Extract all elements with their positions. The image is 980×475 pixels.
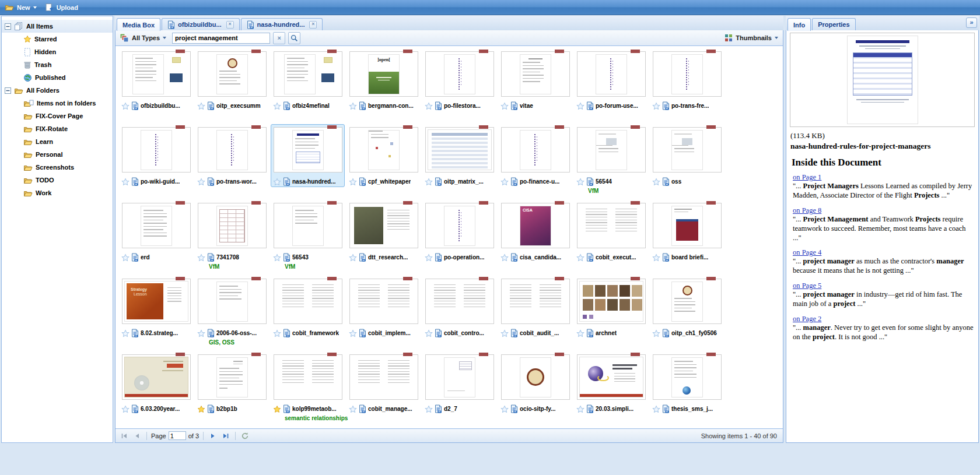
- thumbnail[interactable]: [425, 127, 494, 173]
- star-icon[interactable]: [197, 102, 205, 110]
- grid-item-thesis-sms-j[interactable]: thesis_sms_j...: [652, 353, 728, 428]
- new-button[interactable]: New: [5, 3, 37, 12]
- star-icon[interactable]: [576, 102, 584, 110]
- star-icon[interactable]: [197, 178, 205, 186]
- thumbnail[interactable]: ]open[: [349, 51, 418, 97]
- sidebar-item-screenshots[interactable]: Screenshots: [2, 161, 113, 174]
- thumbnail[interactable]: [501, 51, 570, 97]
- grid-item-2006-06-oss[interactable]: 2006-06-oss-...GIS, OSS: [197, 277, 273, 353]
- page-link[interactable]: on Page 5: [793, 282, 821, 290]
- grid-item-8-02-strateg[interactable]: StrategyLesson8.02.strateg...: [121, 277, 197, 353]
- sidebar-item-todo[interactable]: TODO: [2, 174, 113, 187]
- page-input[interactable]: [169, 431, 186, 440]
- star-icon[interactable]: [576, 405, 584, 413]
- thumbnail[interactable]: [653, 279, 722, 324]
- thumbnail[interactable]: [274, 51, 342, 97]
- thumbnail[interactable]: [122, 127, 191, 173]
- grid-item-d2-7[interactable]: d2_7: [425, 353, 501, 428]
- grid-item-po-trans-fre[interactable]: po-trans-fre...: [652, 50, 728, 125]
- star-icon[interactable]: [425, 405, 433, 413]
- thumbnail[interactable]: StrategyLesson: [122, 279, 191, 324]
- star-icon[interactable]: [501, 254, 509, 262]
- sidebar-item-starred[interactable]: Starred: [2, 33, 113, 45]
- star-icon[interactable]: [121, 102, 130, 110]
- thumbnail[interactable]: [501, 354, 570, 400]
- grid-item-6-03-200year[interactable]: 6.03.200year...: [121, 353, 197, 428]
- star-icon[interactable]: [425, 102, 433, 110]
- star-filled-icon[interactable]: [273, 405, 281, 413]
- grid-item-cobit-execut[interactable]: cobit_execut...: [576, 201, 652, 277]
- grid-item-vitae[interactable]: vitae: [501, 50, 576, 125]
- thumbnail[interactable]: [653, 203, 722, 248]
- thumbnail[interactable]: [122, 203, 191, 248]
- thumbnail[interactable]: [198, 127, 267, 173]
- thumbnail[interactable]: [577, 354, 646, 400]
- grid-item-board-briefi[interactable]: board briefi...: [652, 201, 728, 277]
- grid-item-cobit-implem[interactable]: cobit_implem...: [349, 277, 425, 353]
- sidebar-item-items-not-in-folders[interactable]: Items not in folders: [2, 97, 113, 110]
- sidebar-item-published[interactable]: Published: [2, 71, 113, 84]
- star-icon[interactable]: [349, 102, 357, 110]
- star-icon[interactable]: [652, 102, 660, 110]
- thumbnail[interactable]: [274, 354, 342, 400]
- thumbnail[interactable]: [122, 354, 191, 400]
- thumbnail[interactable]: [577, 127, 646, 173]
- star-icon[interactable]: [121, 329, 130, 337]
- grid-item-archnet[interactable]: archnet: [576, 277, 652, 353]
- grid-item-nasa-hundred[interactable]: nasa-hundred...: [273, 125, 349, 201]
- thumbnail[interactable]: [653, 354, 722, 400]
- grid-item-56544[interactable]: 56544VfM: [576, 125, 652, 201]
- search-button[interactable]: [288, 32, 300, 44]
- grid-item-cobit-audit[interactable]: cobit_audit_...: [501, 277, 576, 353]
- grid-item-bergmann-con[interactable]: ]open[bergmann-con...: [349, 50, 425, 125]
- first-page-button[interactable]: [119, 431, 130, 441]
- star-filled-icon[interactable]: [197, 405, 205, 413]
- thumbnail[interactable]: CISA: [501, 203, 570, 248]
- star-icon[interactable]: [652, 254, 660, 262]
- close-tab-icon[interactable]: ×: [226, 21, 234, 29]
- grid-item-dtt-research[interactable]: dtt_research...: [349, 201, 425, 277]
- grid-item-po-forum-use[interactable]: po-forum-use...: [576, 50, 652, 125]
- grid-item-po-finance-u[interactable]: po-finance-u...: [501, 125, 576, 201]
- sidebar-item-personal[interactable]: Personal: [2, 148, 113, 161]
- grid-item-ocio-sitp-fy[interactable]: ocio-sitp-fy...: [501, 353, 576, 428]
- star-icon[interactable]: [501, 178, 509, 186]
- thumbnail[interactable]: [198, 51, 267, 97]
- star-icon[interactable]: [652, 178, 660, 186]
- close-tab-icon[interactable]: ×: [309, 21, 317, 29]
- clear-search-button[interactable]: ×: [273, 32, 285, 44]
- sidebar-item-all-folders[interactable]: All Folders: [2, 84, 113, 97]
- info-tab-info[interactable]: Info: [788, 18, 811, 31]
- thumbnail[interactable]: [425, 354, 494, 400]
- grid-item-oss[interactable]: oss: [652, 125, 728, 201]
- star-icon[interactable]: [501, 102, 509, 110]
- star-icon[interactable]: [121, 178, 130, 186]
- tab-nasa-hundred[interactable]: nasa-hundred...×: [241, 18, 323, 30]
- star-icon[interactable]: [273, 178, 281, 186]
- collapse-panel-button[interactable]: »: [966, 17, 977, 28]
- thumbnail[interactable]: [501, 127, 570, 173]
- grid-item-cobit-manage[interactable]: cobit_manage...: [349, 353, 425, 428]
- grid-item-cisa-candida[interactable]: CISAcisa_candida...: [501, 201, 576, 277]
- star-icon[interactable]: [501, 405, 509, 413]
- star-icon[interactable]: [652, 405, 660, 413]
- grid-item-po-filestora[interactable]: po-filestora...: [425, 50, 501, 125]
- thumbnail[interactable]: [425, 203, 494, 248]
- star-icon[interactable]: [273, 329, 281, 337]
- thumbnail[interactable]: [425, 279, 494, 324]
- thumbnail[interactable]: [274, 203, 342, 248]
- grid-item-ofbizbuildbu[interactable]: ofbizbuildbu...: [121, 50, 197, 125]
- star-icon[interactable]: [576, 254, 584, 262]
- grid-item-kolp99metaob[interactable]: kolp99metaob...semantic relationships: [273, 353, 349, 428]
- grid-item-po-wiki-guid[interactable]: po-wiki-guid...: [121, 125, 197, 201]
- minus-box-icon[interactable]: [5, 23, 11, 30]
- upload-button[interactable]: Upload: [45, 3, 78, 12]
- star-icon[interactable]: [349, 254, 357, 262]
- grid-item-20-03-simpli[interactable]: 20.03.simpli...: [576, 353, 652, 428]
- thumbnail[interactable]: [653, 127, 722, 173]
- star-icon[interactable]: [273, 102, 281, 110]
- grid-item-cpf-whitepaper[interactable]: cpf_whitepaper: [349, 125, 425, 201]
- previous-page-button[interactable]: [132, 431, 142, 441]
- star-icon[interactable]: [349, 329, 357, 337]
- thumbnail[interactable]: [577, 279, 646, 324]
